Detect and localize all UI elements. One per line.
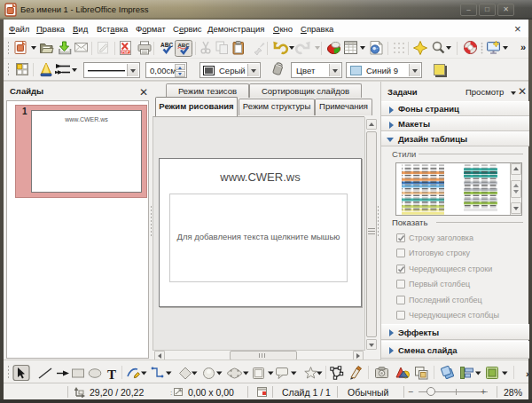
svg-text:PDF: PDF — [122, 50, 130, 54]
svg-text:»: » — [520, 42, 526, 52]
svg-text:T: T — [107, 367, 116, 382]
svg-text:ABC: ABC — [160, 42, 173, 48]
svg-text:»: » — [526, 368, 528, 379]
svg-text::: : — [170, 389, 172, 397]
